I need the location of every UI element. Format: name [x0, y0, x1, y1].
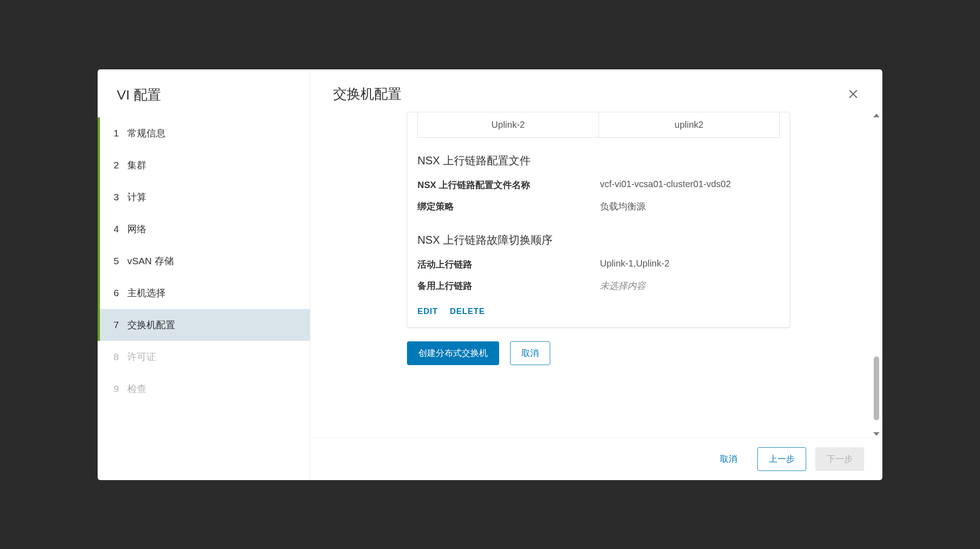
step-num: 4	[114, 224, 127, 235]
uplink-cell-name: Uplink-2	[418, 112, 599, 137]
cancel-create-button[interactable]: 取消	[510, 341, 550, 365]
step-label: 许可证	[127, 350, 156, 363]
step-num: 1	[114, 128, 127, 139]
step-num: 9	[114, 383, 127, 394]
kv-teaming-policy: 绑定策略 负载均衡源	[407, 196, 790, 217]
next-button: 下一步	[815, 447, 864, 471]
uplink-cell-value: uplink2	[599, 112, 780, 137]
step-list: 1 常规信息 2 集群 3 计算 4 网络 5 vSAN 存储 6 主机选择	[98, 117, 310, 405]
step-switch-config[interactable]: 7 交换机配置	[98, 309, 310, 341]
footer-cancel-button[interactable]: 取消	[709, 448, 748, 471]
step-license: 8 许可证	[98, 341, 310, 373]
step-label: 交换机配置	[127, 319, 175, 331]
step-num: 8	[114, 351, 127, 362]
kv-value-empty: 未选择内容	[600, 280, 780, 292]
kv-profile-name: NSX 上行链路配置文件名称 vcf-vi01-vcsa01-cluster01…	[407, 174, 790, 196]
step-cluster[interactable]: 2 集群	[98, 149, 310, 181]
kv-value: vcf-vi01-vcsa01-cluster01-vds02	[600, 179, 780, 191]
step-num: 2	[114, 160, 127, 171]
uplink-table-row: Uplink-2 uplink2	[417, 112, 780, 138]
kv-label: 绑定策略	[417, 200, 600, 213]
main-panel: 交换机配置 Uplink-2 uplink2 NSX 上行链路配置文件 NSX …	[310, 69, 882, 480]
scroll-up-icon[interactable]	[873, 114, 880, 117]
step-num: 3	[114, 192, 127, 203]
step-general[interactable]: 1 常规信息	[98, 117, 310, 149]
section-title-profile: NSX 上行链路配置文件	[407, 138, 790, 174]
content-scroll[interactable]: Uplink-2 uplink2 NSX 上行链路配置文件 NSX 上行链路配置…	[310, 112, 882, 438]
create-dvs-button[interactable]: 创建分布式交换机	[407, 341, 499, 365]
step-label: 计算	[127, 191, 146, 204]
scroll-down-icon[interactable]	[873, 432, 880, 436]
switch-card: Uplink-2 uplink2 NSX 上行链路配置文件 NSX 上行链路配置…	[407, 112, 790, 328]
kv-value: Uplink-1,Uplink-2	[600, 258, 780, 271]
step-num: 5	[114, 256, 127, 267]
delete-button[interactable]: DELETE	[450, 307, 485, 316]
card-actions: EDIT DELETE	[407, 297, 790, 319]
scroll-thumb[interactable]	[874, 356, 879, 420]
step-vsan[interactable]: 5 vSAN 存储	[98, 245, 310, 277]
step-num: 7	[114, 319, 127, 330]
below-card-actions: 创建分布式交换机 取消	[407, 341, 790, 365]
wizard-footer: 取消 上一步 下一步	[310, 438, 882, 480]
close-icon[interactable]	[847, 88, 860, 100]
step-label: 网络	[127, 223, 146, 235]
step-label: vSAN 存储	[127, 255, 174, 267]
step-compute[interactable]: 3 计算	[98, 181, 310, 213]
prev-button[interactable]: 上一步	[757, 447, 806, 471]
step-num: 6	[114, 288, 127, 298]
step-label: 主机选择	[127, 287, 166, 299]
step-label: 集群	[127, 159, 146, 172]
edit-button[interactable]: EDIT	[417, 307, 438, 316]
step-host-select[interactable]: 6 主机选择	[98, 277, 310, 309]
scrollbar[interactable]	[873, 114, 880, 436]
wizard-modal: VI 配置 1 常规信息 2 集群 3 计算 4 网络 5 vSAN 存储	[98, 69, 882, 480]
kv-label: 备用上行链路	[417, 280, 600, 292]
section-title-failover: NSX 上行链路故障切换顺序	[407, 217, 790, 254]
kv-standby-uplinks: 备用上行链路 未选择内容	[407, 275, 790, 297]
kv-label: 活动上行链路	[417, 258, 600, 271]
main-header: 交换机配置	[310, 69, 882, 112]
step-label: 常规信息	[127, 127, 166, 140]
step-review: 9 检查	[98, 373, 310, 405]
step-network[interactable]: 4 网络	[98, 213, 310, 245]
step-label: 检查	[127, 382, 146, 395]
sidebar-title: VI 配置	[98, 86, 310, 117]
kv-label: NSX 上行链路配置文件名称	[417, 179, 600, 191]
kv-value: 负载均衡源	[600, 200, 780, 213]
page-title: 交换机配置	[333, 85, 401, 104]
kv-active-uplinks: 活动上行链路 Uplink-1,Uplink-2	[407, 254, 790, 275]
wizard-sidebar: VI 配置 1 常规信息 2 集群 3 计算 4 网络 5 vSAN 存储	[98, 69, 310, 480]
